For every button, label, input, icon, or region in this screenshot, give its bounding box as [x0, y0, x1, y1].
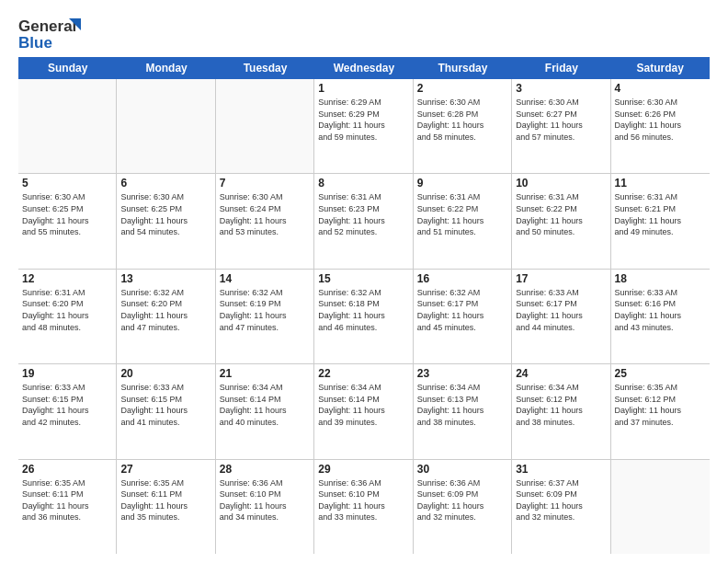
- cal-cell: 23Sunrise: 6:34 AMSunset: 6:13 PMDayligh…: [414, 364, 512, 458]
- cal-cell: 15Sunrise: 6:32 AMSunset: 6:18 PMDayligh…: [314, 270, 413, 363]
- day-info: Sunrise: 6:30 AMSunset: 6:26 PMDaylight:…: [615, 97, 706, 143]
- cal-cell: 20Sunrise: 6:33 AMSunset: 6:15 PMDayligh…: [117, 364, 215, 458]
- cal-cell: 5Sunrise: 6:30 AMSunset: 6:25 PMDaylight…: [18, 174, 117, 268]
- day-number: 31: [516, 463, 606, 476]
- cal-cell: 21Sunrise: 6:34 AMSunset: 6:14 PMDayligh…: [216, 364, 314, 458]
- day-number: 29: [318, 463, 408, 476]
- header-day-monday: Monday: [117, 57, 215, 79]
- cal-cell: 22Sunrise: 6:34 AMSunset: 6:14 PMDayligh…: [314, 364, 413, 458]
- day-number: 14: [220, 272, 310, 285]
- cal-cell: 14Sunrise: 6:32 AMSunset: 6:19 PMDayligh…: [216, 270, 314, 363]
- day-info: Sunrise: 6:35 AMSunset: 6:12 PMDaylight:…: [615, 382, 706, 428]
- header-day-tuesday: Tuesday: [216, 57, 314, 79]
- cal-row-4: 19Sunrise: 6:33 AMSunset: 6:15 PMDayligh…: [18, 364, 710, 459]
- day-info: Sunrise: 6:33 AMSunset: 6:16 PMDaylight:…: [615, 287, 706, 333]
- day-info: Sunrise: 6:31 AMSunset: 6:20 PMDaylight:…: [22, 287, 112, 333]
- day-number: 19: [22, 367, 112, 380]
- cal-cell: 24Sunrise: 6:34 AMSunset: 6:12 PMDayligh…: [512, 364, 610, 458]
- cal-cell: 9Sunrise: 6:31 AMSunset: 6:22 PMDaylight…: [414, 174, 512, 268]
- calendar-header: SundayMondayTuesdayWednesdayThursdayFrid…: [18, 57, 710, 79]
- logo-area: GeneralBlue: [18, 15, 83, 50]
- header-day-saturday: Saturday: [611, 57, 710, 79]
- day-number: 8: [318, 177, 408, 190]
- header-day-friday: Friday: [512, 57, 610, 79]
- cal-cell: 29Sunrise: 6:36 AMSunset: 6:10 PMDayligh…: [314, 460, 413, 554]
- cal-cell: 25Sunrise: 6:35 AMSunset: 6:12 PMDayligh…: [611, 364, 710, 458]
- cal-cell: 1Sunrise: 6:29 AMSunset: 6:29 PMDaylight…: [314, 79, 413, 173]
- day-number: 5: [22, 177, 112, 190]
- day-number: 23: [417, 367, 507, 380]
- day-info: Sunrise: 6:35 AMSunset: 6:11 PMDaylight:…: [22, 477, 112, 523]
- day-number: 4: [615, 82, 706, 95]
- cal-cell: 2Sunrise: 6:30 AMSunset: 6:28 PMDaylight…: [414, 79, 512, 173]
- svg-text:General: General: [18, 17, 76, 35]
- day-number: 6: [120, 177, 210, 190]
- day-info: Sunrise: 6:34 AMSunset: 6:14 PMDaylight:…: [220, 382, 310, 428]
- day-number: 22: [318, 367, 408, 380]
- day-info: Sunrise: 6:32 AMSunset: 6:18 PMDaylight:…: [318, 287, 408, 333]
- day-info: Sunrise: 6:30 AMSunset: 6:28 PMDaylight:…: [417, 97, 507, 143]
- cal-row-3: 12Sunrise: 6:31 AMSunset: 6:20 PMDayligh…: [18, 270, 710, 364]
- day-info: Sunrise: 6:33 AMSunset: 6:15 PMDaylight:…: [22, 382, 112, 428]
- cal-cell: 13Sunrise: 6:32 AMSunset: 6:20 PMDayligh…: [117, 270, 215, 363]
- cal-cell: [117, 79, 215, 173]
- day-number: 18: [615, 272, 706, 285]
- day-number: 27: [120, 463, 210, 476]
- cal-cell: 8Sunrise: 6:31 AMSunset: 6:23 PMDaylight…: [314, 174, 413, 268]
- cal-cell: [18, 79, 117, 173]
- cal-cell: 4Sunrise: 6:30 AMSunset: 6:26 PMDaylight…: [611, 79, 710, 173]
- cal-cell: 31Sunrise: 6:37 AMSunset: 6:09 PMDayligh…: [512, 460, 610, 554]
- day-info: Sunrise: 6:30 AMSunset: 6:24 PMDaylight:…: [220, 191, 310, 237]
- cal-cell: 6Sunrise: 6:30 AMSunset: 6:25 PMDaylight…: [117, 174, 215, 268]
- day-number: 16: [417, 272, 507, 285]
- cal-row-2: 5Sunrise: 6:30 AMSunset: 6:25 PMDaylight…: [18, 174, 710, 269]
- cal-cell: [611, 460, 710, 554]
- cal-cell: 16Sunrise: 6:32 AMSunset: 6:17 PMDayligh…: [414, 270, 512, 363]
- header-day-wednesday: Wednesday: [314, 57, 413, 79]
- cal-cell: 26Sunrise: 6:35 AMSunset: 6:11 PMDayligh…: [18, 460, 117, 554]
- day-info: Sunrise: 6:32 AMSunset: 6:19 PMDaylight:…: [220, 287, 310, 333]
- cal-cell: 11Sunrise: 6:31 AMSunset: 6:21 PMDayligh…: [611, 174, 710, 268]
- day-info: Sunrise: 6:30 AMSunset: 6:25 PMDaylight:…: [120, 191, 210, 237]
- day-info: Sunrise: 6:31 AMSunset: 6:23 PMDaylight:…: [318, 191, 408, 237]
- day-number: 10: [516, 177, 606, 190]
- cal-cell: 28Sunrise: 6:36 AMSunset: 6:10 PMDayligh…: [216, 460, 314, 554]
- calendar-body: 1Sunrise: 6:29 AMSunset: 6:29 PMDaylight…: [18, 79, 710, 554]
- day-info: Sunrise: 6:34 AMSunset: 6:14 PMDaylight:…: [318, 382, 408, 428]
- day-info: Sunrise: 6:33 AMSunset: 6:15 PMDaylight:…: [120, 382, 210, 428]
- cal-cell: 27Sunrise: 6:35 AMSunset: 6:11 PMDayligh…: [117, 460, 215, 554]
- logo-svg: GeneralBlue: [18, 15, 83, 50]
- cal-cell: 19Sunrise: 6:33 AMSunset: 6:15 PMDayligh…: [18, 364, 117, 458]
- day-number: 15: [318, 272, 408, 285]
- day-number: 11: [615, 177, 706, 190]
- day-info: Sunrise: 6:31 AMSunset: 6:22 PMDaylight:…: [417, 191, 507, 237]
- day-number: 12: [22, 272, 112, 285]
- cal-row-5: 26Sunrise: 6:35 AMSunset: 6:11 PMDayligh…: [18, 460, 710, 554]
- day-info: Sunrise: 6:29 AMSunset: 6:29 PMDaylight:…: [318, 97, 408, 143]
- day-number: 26: [22, 463, 112, 476]
- day-info: Sunrise: 6:31 AMSunset: 6:21 PMDaylight:…: [615, 191, 706, 237]
- day-info: Sunrise: 6:37 AMSunset: 6:09 PMDaylight:…: [516, 477, 606, 523]
- day-number: 3: [516, 82, 606, 95]
- day-number: 30: [417, 463, 507, 476]
- cal-cell: 30Sunrise: 6:36 AMSunset: 6:09 PMDayligh…: [414, 460, 512, 554]
- cal-cell: 17Sunrise: 6:33 AMSunset: 6:17 PMDayligh…: [512, 270, 610, 363]
- day-info: Sunrise: 6:32 AMSunset: 6:20 PMDaylight:…: [120, 287, 210, 333]
- day-info: Sunrise: 6:34 AMSunset: 6:12 PMDaylight:…: [516, 382, 606, 428]
- cal-cell: 12Sunrise: 6:31 AMSunset: 6:20 PMDayligh…: [18, 270, 117, 363]
- page: GeneralBlue SundayMondayTuesdayWednesday…: [0, 0, 728, 563]
- day-number: 20: [120, 367, 210, 380]
- day-number: 21: [220, 367, 310, 380]
- header: GeneralBlue: [18, 15, 710, 50]
- day-number: 25: [615, 367, 706, 380]
- day-info: Sunrise: 6:30 AMSunset: 6:27 PMDaylight:…: [516, 97, 606, 143]
- day-number: 9: [417, 177, 507, 190]
- cal-cell: 18Sunrise: 6:33 AMSunset: 6:16 PMDayligh…: [611, 270, 710, 363]
- header-day-thursday: Thursday: [414, 57, 512, 79]
- day-number: 7: [220, 177, 310, 190]
- day-info: Sunrise: 6:36 AMSunset: 6:09 PMDaylight:…: [417, 477, 507, 523]
- day-info: Sunrise: 6:34 AMSunset: 6:13 PMDaylight:…: [417, 382, 507, 428]
- day-number: 17: [516, 272, 606, 285]
- day-number: 13: [120, 272, 210, 285]
- day-info: Sunrise: 6:33 AMSunset: 6:17 PMDaylight:…: [516, 287, 606, 333]
